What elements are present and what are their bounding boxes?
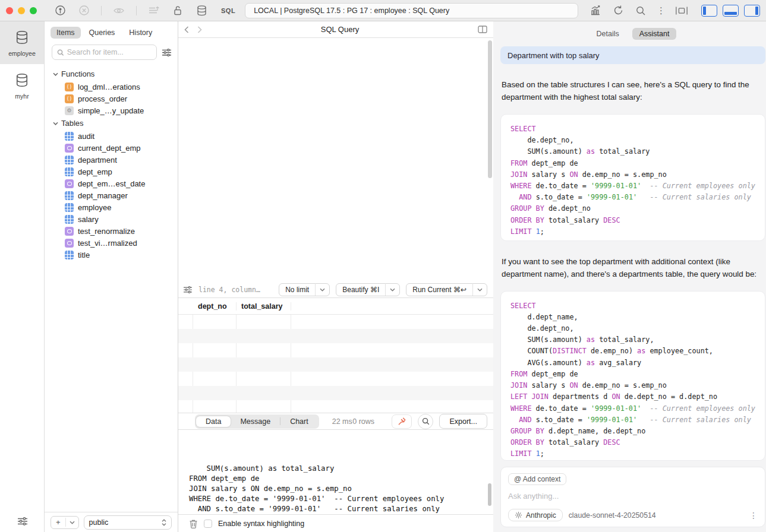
statusbar-filter-icon[interactable] xyxy=(183,286,193,294)
column-header-total_salary[interactable]: total_salary xyxy=(237,302,291,311)
grid-empty-row[interactable] xyxy=(178,400,493,413)
assistant-code-block-2[interactable]: SELECT d.dept_name, de.dept_no, SUM(s.am… xyxy=(500,291,765,461)
sidebar-filter-icon[interactable] xyxy=(162,48,172,57)
editor-line-1[interactable] xyxy=(178,41,493,51)
toggle-bottom-panel-button[interactable] xyxy=(723,5,739,17)
results-tab-message[interactable]: Message xyxy=(231,416,280,427)
editor-line-10[interactable] xyxy=(178,131,493,141)
connection-title[interactable]: LOCAL | PostgreSQL 17.5 : PG 17 : employ… xyxy=(245,3,578,18)
chevron-down-icon[interactable] xyxy=(66,521,78,524)
editor-line-15[interactable] xyxy=(178,181,493,191)
item-search-box[interactable] xyxy=(52,45,157,60)
editor-line-11[interactable] xyxy=(178,141,493,151)
search-icon[interactable] xyxy=(634,4,647,17)
editor-line-4[interactable] xyxy=(178,71,493,81)
editor-line-23[interactable] xyxy=(178,262,493,272)
assistant-composer[interactable]: @ Add context Ask anything... Anthropic … xyxy=(500,467,765,527)
schema-select[interactable]: public xyxy=(84,515,172,530)
composer-more-icon[interactable]: ⋮ xyxy=(749,511,758,520)
tab-queries[interactable]: Queries xyxy=(83,27,121,39)
minimize-window-button[interactable] xyxy=(18,7,25,14)
editor-line-3[interactable] xyxy=(178,61,493,71)
editor-line-13[interactable] xyxy=(178,162,493,172)
editor-line-7[interactable] xyxy=(178,101,493,111)
tab-items[interactable]: Items xyxy=(51,27,81,39)
unlock-icon[interactable] xyxy=(171,4,184,17)
toggle-left-panel-button[interactable] xyxy=(701,5,717,17)
results-tab-data[interactable]: Data xyxy=(196,416,231,427)
tree-item-test_virmalized[interactable]: test_vi…rmalized xyxy=(45,237,178,249)
run-current-dropdown[interactable]: Run Current ⌘↩ xyxy=(406,283,487,296)
tree-item-employee[interactable]: employee xyxy=(45,201,178,213)
ask-input[interactable]: Ask anything... xyxy=(508,492,758,501)
tree-item-log_dmlerations[interactable]: ()log_dml…erations xyxy=(45,81,178,93)
chevron-down-icon[interactable] xyxy=(386,288,399,292)
editor-scrollbar[interactable] xyxy=(488,40,492,178)
grid-empty-row[interactable] xyxy=(178,372,493,386)
grid-empty-row[interactable] xyxy=(178,315,493,329)
connection-myhr[interactable]: myhr xyxy=(0,64,44,107)
close-window-button[interactable] xyxy=(6,7,13,14)
editor-line-5[interactable] xyxy=(178,81,493,91)
tree-item-dept_emp[interactable]: dept_emp xyxy=(45,166,178,178)
conversation-title-banner[interactable]: Department with top salary xyxy=(500,46,765,64)
tab-history[interactable]: History xyxy=(123,27,158,39)
search-input[interactable] xyxy=(67,48,152,56)
trash-icon[interactable] xyxy=(189,519,198,528)
limit-dropdown[interactable]: No limit xyxy=(279,283,330,296)
editor-line-16[interactable] xyxy=(178,191,493,201)
editor-line-14[interactable] xyxy=(178,172,493,182)
plus-icon[interactable]: + xyxy=(51,518,66,527)
editor-line-24[interactable] xyxy=(178,271,493,281)
grid-empty-row[interactable] xyxy=(178,343,493,357)
database-icon[interactable] xyxy=(195,4,208,17)
editor-line-12[interactable] xyxy=(178,151,493,162)
search-results-button[interactable] xyxy=(418,414,433,429)
chevron-down-icon[interactable] xyxy=(473,288,487,292)
grid-empty-row[interactable] xyxy=(178,329,493,343)
editor-line-8[interactable] xyxy=(178,111,493,121)
tree-group-functions[interactable]: Functions xyxy=(45,67,178,81)
zoom-window-button[interactable] xyxy=(30,7,37,14)
add-item-button[interactable]: + xyxy=(51,516,79,529)
enable-syntax-checkbox[interactable] xyxy=(204,520,212,528)
export-button[interactable]: Export... xyxy=(439,414,487,429)
tree-item-salary[interactable]: salary xyxy=(45,213,178,225)
connection-employee[interactable]: employee xyxy=(0,21,44,64)
tree-item-dept_emest_date[interactable]: dept_em…est_date xyxy=(45,178,178,189)
tree-group-tables[interactable]: Tables xyxy=(45,116,178,130)
editor-line-2[interactable] xyxy=(178,51,493,61)
pin-result-button[interactable] xyxy=(392,414,412,429)
tree-item-dept_manager[interactable]: dept_manager xyxy=(45,189,178,201)
beautify-dropdown[interactable]: Beautify ⌘I xyxy=(336,283,400,296)
tree-item-current_dept_emp[interactable]: current_dept_emp xyxy=(45,142,178,154)
tree-item-audit[interactable]: audit xyxy=(45,130,178,142)
message-scrollbar[interactable] xyxy=(488,483,491,506)
connection-icon[interactable] xyxy=(53,4,67,17)
split-editor-icon[interactable] xyxy=(478,26,487,33)
editor-line-9[interactable] xyxy=(178,121,493,131)
tree-item-test_renormalize[interactable]: test_renormalize xyxy=(45,225,178,237)
editor-line-19[interactable] xyxy=(178,221,493,232)
results-grid[interactable]: dept_nototal_salary xyxy=(178,298,493,413)
chevron-down-icon[interactable] xyxy=(316,288,329,292)
nav-back-icon[interactable] xyxy=(184,26,189,33)
grid-empty-row[interactable] xyxy=(178,386,493,400)
refresh-icon[interactable] xyxy=(611,4,625,17)
editor-line-17[interactable] xyxy=(178,201,493,211)
tree-item-process_order[interactable]: ()process_order xyxy=(45,93,178,104)
sql-editor[interactable] xyxy=(178,38,493,281)
editor-line-6[interactable] xyxy=(178,91,493,101)
tab-assistant[interactable]: Assistant xyxy=(632,28,677,40)
column-header-dept_no[interactable]: dept_no xyxy=(193,302,237,311)
assistant-code-block-1[interactable]: SELECT de.dept_no, SUM(s.amount) as tota… xyxy=(500,114,765,241)
add-context-button[interactable]: @ Add context xyxy=(508,473,566,485)
nav-forward-icon[interactable] xyxy=(197,26,202,33)
rail-filter-icon[interactable] xyxy=(0,517,45,526)
message-panel[interactable]: SUM(s.amount) as total_salaryFROM dept_e… xyxy=(178,430,493,514)
editor-line-20[interactable] xyxy=(178,232,493,242)
editor-line-18[interactable] xyxy=(178,211,493,221)
editor-line-21[interactable] xyxy=(178,242,493,252)
chart-icon[interactable] xyxy=(589,4,602,17)
tree-item-title[interactable]: title xyxy=(45,249,178,261)
